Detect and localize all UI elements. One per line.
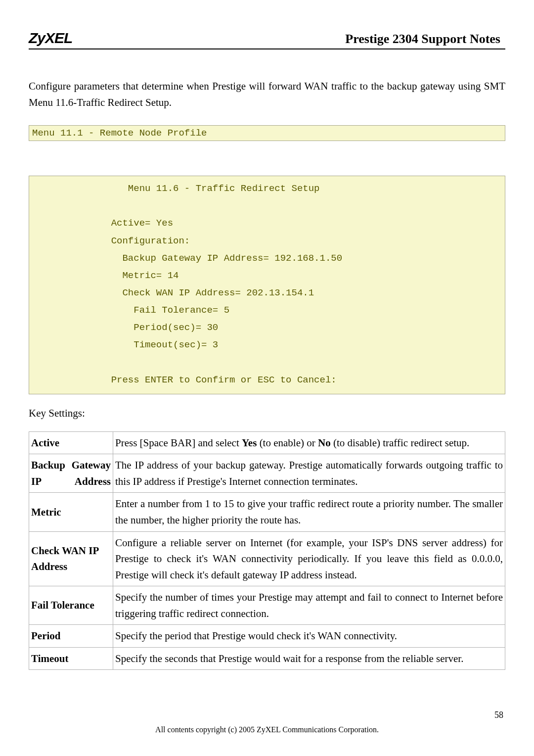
- term-period: Period: [29, 625, 113, 648]
- table-row: Timeout Specify the seconds that Prestig…: [29, 647, 505, 670]
- desc-timeout: Specify the seconds that Prestige would …: [113, 647, 505, 670]
- page-number: 58: [494, 710, 503, 720]
- copyright-footer: All contents copyright (c) 2005 ZyXEL Co…: [0, 725, 534, 734]
- page-header: ZyXEL Prestige 2304 Support Notes: [29, 30, 505, 49]
- table-row: Check WAN IP Address Configure a reliabl…: [29, 531, 505, 586]
- desc-fail-tolerance: Specify the number of times your Prestig…: [113, 586, 505, 625]
- table-row: Fail Tolerance Specify the number of tim…: [29, 586, 505, 625]
- table-row: Active Press [Space BAR] and select Yes …: [29, 431, 505, 454]
- term-timeout: Timeout: [29, 647, 113, 670]
- key-settings-heading: Key Settings:: [29, 407, 505, 420]
- code-strip-menu-11-1: Menu 11.1 - Remote Node Profile: [29, 125, 505, 141]
- table-row: Backup Gateway IP Address The IP address…: [29, 454, 505, 493]
- term-check-wan-ip: Check WAN IP Address: [29, 531, 113, 586]
- desc-period: Specify the period that Prestige would c…: [113, 625, 505, 648]
- brand-logo: ZyXEL: [29, 30, 72, 47]
- term-fail-tolerance: Fail Tolerance: [29, 586, 113, 625]
- desc-active: Press [Space BAR] and select Yes (to ena…: [113, 431, 505, 454]
- table-row: Period Specify the period that Prestige …: [29, 625, 505, 648]
- desc-check-wan-ip: Configure a reliable server on Internet …: [113, 531, 505, 586]
- term-active: Active: [29, 431, 113, 454]
- desc-backup-gateway: The IP address of your backup gateway. P…: [113, 454, 505, 493]
- code-block-menu-11-6: Menu 11.6 - Traffic Redirect Setup Activ…: [29, 176, 505, 394]
- key-settings-table: Active Press [Space BAR] and select Yes …: [29, 431, 505, 670]
- term-metric: Metric: [29, 493, 113, 531]
- table-row: Metric Enter a number from 1 to 15 to gi…: [29, 493, 505, 531]
- desc-metric: Enter a number from 1 to 15 to give your…: [113, 493, 505, 531]
- term-backup-gateway: Backup Gateway IP Address: [29, 454, 113, 493]
- intro-paragraph: Configure parameters that determine when…: [29, 78, 505, 110]
- intro-text: Configure parameters that determine when…: [29, 80, 484, 92]
- page-title: Prestige 2304 Support Notes: [345, 32, 505, 47]
